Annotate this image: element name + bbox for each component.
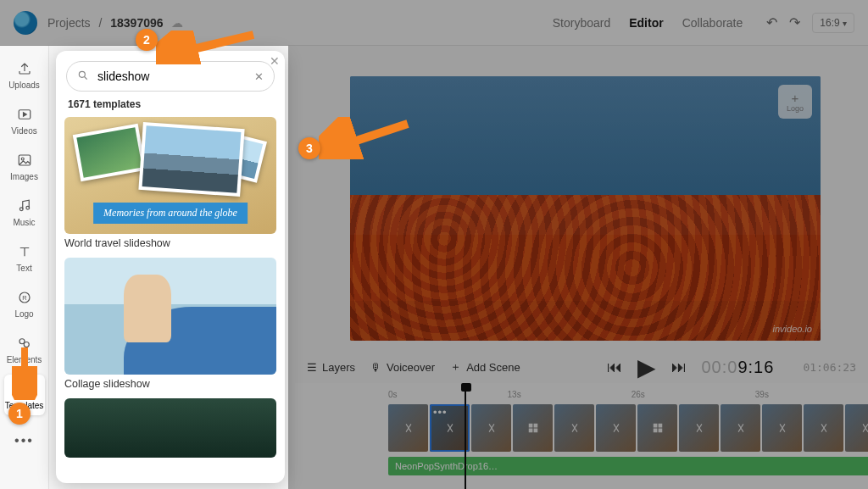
time-total: 01:06:23 [803,361,856,374]
music-icon [16,197,33,214]
chevron-down-icon: ▾ [843,19,847,28]
template-item[interactable]: Memories from around the globe World tra… [64,117,276,249]
project-id[interactable]: 18397096 [110,16,163,30]
timeline[interactable]: 0s13s26s39s52s ••• NeonPopSynthDrop16… [295,383,868,489]
rail-videos[interactable]: Videos [4,100,45,141]
logo-icon: R [16,289,33,306]
tab-collaborate[interactable]: Collaborate [682,16,743,30]
more-icon: ••• [16,432,33,449]
plus-icon: ＋ [450,359,461,375]
clip-selected[interactable]: ••• [430,404,470,452]
playhead[interactable] [465,385,466,489]
rail-text[interactable]: Text [4,237,45,278]
layers-icon: ☰ [307,361,317,374]
search-icon [77,69,89,84]
template-thumbnail[interactable] [64,398,276,458]
tab-storyboard[interactable]: Storyboard [553,16,610,30]
clip[interactable] [471,404,511,452]
clip[interactable] [554,404,594,452]
time-elapsed: 00:09:16 [702,357,775,377]
svg-point-14 [79,71,85,77]
voiceover-button[interactable]: 🎙 Voiceover [370,361,435,374]
clip[interactable] [637,404,677,452]
template-item[interactable]: Collage slideshow [64,258,276,390]
aspect-ratio-select[interactable]: 16:9 ▾ [812,13,854,33]
clip[interactable] [679,404,719,452]
top-bar: Projects / 18397096 ☁︎ Storyboard Editor… [0,0,868,46]
audio-track[interactable]: NeonPopSynthDrop16… [388,457,868,475]
annotation-arrow-1 [12,344,37,400]
annotation-arrow-3 [319,117,412,159]
redo-button[interactable]: ↷ [789,14,800,31]
canvas-logo-placeholder[interactable]: + Logo [778,85,812,119]
clip[interactable] [721,404,760,452]
annotation-marker-2: 2 [136,29,158,51]
svg-point-3 [19,207,23,210]
prev-button[interactable]: ⏮ [607,358,622,376]
annotation-arrow-2 [156,31,258,64]
clip[interactable] [388,404,428,452]
template-name: Collage slideshow [64,378,276,390]
next-button[interactable]: ⏭ [671,358,687,376]
rail-music[interactable]: Music [4,192,45,232]
rail-logo[interactable]: R Logo [4,283,45,324]
timeline-ruler: 0s13s26s39s52s [388,390,856,399]
add-scene-button[interactable]: ＋ Add Scene [450,359,520,375]
template-thumbnail[interactable] [64,258,276,375]
template-item[interactable] [64,398,276,458]
clip[interactable] [596,404,636,452]
undo-button[interactable]: ↶ [766,14,777,31]
annotation-marker-3: 3 [298,137,320,159]
clip[interactable] [804,404,843,452]
panel-close-button[interactable]: ✕ [270,54,280,68]
clip[interactable] [513,404,553,452]
cloud-sync-icon: ☁︎ [171,16,183,30]
image-icon [16,152,33,169]
svg-point-2 [21,158,24,160]
clear-search-button[interactable]: ✕ [254,70,264,83]
results-count: 1671 templates [56,98,285,117]
clip[interactable] [845,404,868,452]
app-logo [14,11,37,35]
clip[interactable] [762,404,802,452]
template-caption: Memories from around the globe [93,203,248,224]
svg-text:R: R [22,294,27,302]
text-icon [16,243,33,260]
canvas-watermark: invideo.io [773,324,812,334]
projects-link[interactable]: Projects [47,16,91,30]
preview-canvas[interactable]: + Logo invideo.io [350,76,821,341]
template-thumbnail[interactable]: Memories from around the globe [64,117,276,234]
rail-images[interactable]: Images [4,146,45,186]
templates-list[interactable]: Memories from around the globe World tra… [56,117,285,483]
templates-panel: ✕ ✕ 1671 templates Memories from around … [56,51,285,483]
upload-icon [16,60,33,77]
rail-more[interactable]: ••• [4,420,45,461]
breadcrumb: Projects / 18397096 ☁︎ [47,16,183,30]
layers-button[interactable]: ☰ Layers [307,361,355,374]
mic-icon: 🎙 [370,361,381,374]
annotation-marker-1: 1 [8,403,31,425]
search-input[interactable] [96,69,248,84]
timeline-toolbar: ☰ Layers 🎙 Voiceover ＋ Add Scene ⏮ ▶ ⏭ 0… [295,353,868,381]
clip-track[interactable]: ••• [388,404,856,452]
video-icon [16,106,33,123]
search-input-wrap[interactable]: ✕ [66,61,275,92]
play-button[interactable]: ▶ [637,353,656,381]
template-name: World travel slideshow [64,237,276,249]
svg-point-4 [25,206,29,209]
rail-uploads[interactable]: Uploads [4,54,45,95]
tab-editor[interactable]: Editor [629,16,663,30]
